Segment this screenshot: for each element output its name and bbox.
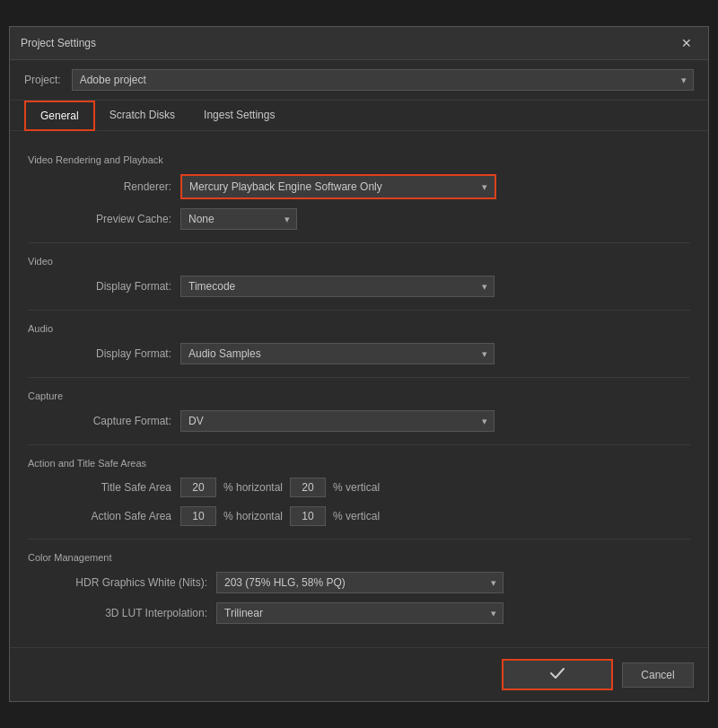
project-select[interactable]: Adobe project — [72, 69, 694, 91]
renderer-select-wrapper: Mercury Playback Engine Software Only Me… — [180, 174, 496, 199]
project-select-wrapper: Adobe project — [72, 69, 694, 91]
renderer-select[interactable]: Mercury Playback Engine Software Only Me… — [182, 176, 495, 197]
section-video-header: Video — [28, 256, 690, 267]
project-label: Project: — [24, 74, 61, 86]
tabs-bar: General Scratch Disks Ingest Settings — [10, 101, 708, 131]
section-safe-areas-header: Action and Title Safe Areas — [28, 458, 690, 469]
tab-scratch-disks[interactable]: Scratch Disks — [95, 101, 189, 130]
preview-cache-select-wrapper: None I-Frame Only MPEG MPEG — [180, 208, 297, 230]
audio-display-format-row: Display Format: Audio Samples Millisecon… — [28, 343, 690, 364]
renderer-label: Renderer: — [46, 180, 171, 193]
capture-format-row: Capture Format: DV HDV — [28, 410, 690, 432]
video-display-format-label: Display Format: — [46, 280, 171, 293]
capture-format-select[interactable]: DV HDV — [180, 410, 495, 432]
video-display-format-select[interactable]: Timecode Frames Feet + Frames Millisecon… — [180, 276, 495, 297]
divider-4 — [28, 444, 690, 445]
title-safe-v-unit: % vertical — [333, 481, 380, 494]
audio-display-format-select-wrapper: Audio Samples Milliseconds — [180, 343, 495, 364]
section-video-rendering-header: Video Rendering and Playback — [28, 154, 690, 165]
action-safe-v-unit: % vertical — [333, 510, 380, 522]
tab-content: Video Rendering and Playback Renderer: M… — [10, 131, 708, 647]
title-safe-vertical-input[interactable] — [290, 478, 326, 497]
action-safe-h-unit: % horizontal — [223, 510, 283, 522]
preview-cache-row: Preview Cache: None I-Frame Only MPEG MP… — [28, 208, 690, 230]
title-safe-area-label: Title Safe Area — [46, 481, 171, 494]
title-safe-area-row: Title Safe Area % horizontal % vertical — [28, 478, 690, 497]
title-safe-h-unit: % horizontal — [223, 481, 283, 494]
preview-cache-label: Preview Cache: — [46, 213, 171, 225]
audio-display-format-select[interactable]: Audio Samples Milliseconds — [180, 343, 495, 364]
action-safe-horizontal-input[interactable] — [180, 506, 216, 526]
action-safe-vertical-input[interactable] — [290, 506, 326, 526]
action-safe-area-label: Action Safe Area — [46, 510, 171, 522]
tab-general[interactable]: General — [24, 101, 95, 131]
hdr-select-wrapper: 203 (75% HLG, 58% PQ) 100 203 400 1000 — [216, 572, 503, 593]
cancel-button[interactable]: Cancel — [622, 662, 694, 688]
close-button[interactable]: ✕ — [676, 34, 697, 52]
video-display-format-row: Display Format: Timecode Frames Feet + F… — [28, 276, 690, 297]
lut-label: 3D LUT Interpolation: — [46, 607, 207, 619]
section-color-management-header: Color Management — [28, 552, 690, 563]
capture-format-select-wrapper: DV HDV — [180, 410, 495, 432]
audio-display-format-label: Display Format: — [46, 347, 171, 360]
divider-2 — [28, 310, 690, 311]
ok-button[interactable] — [502, 659, 613, 690]
tab-ingest-settings[interactable]: Ingest Settings — [189, 101, 289, 130]
title-safe-horizontal-input[interactable] — [180, 478, 216, 497]
divider-3 — [28, 377, 690, 378]
section-audio-header: Audio — [28, 323, 690, 334]
dialog-footer: Cancel — [10, 647, 708, 701]
video-display-format-select-wrapper: Timecode Frames Feet + Frames Millisecon… — [180, 276, 495, 297]
project-settings-dialog: Project Settings ✕ Project: Adobe projec… — [9, 26, 709, 702]
preview-cache-select[interactable]: None I-Frame Only MPEG MPEG — [180, 208, 297, 230]
hdr-row: HDR Graphics White (Nits): 203 (75% HLG,… — [28, 572, 690, 593]
action-safe-area-row: Action Safe Area % horizontal % vertical — [28, 506, 690, 526]
lut-select-wrapper: Trilinear Tetrahedral — [216, 602, 503, 624]
dialog-title: Project Settings — [21, 37, 96, 49]
title-bar: Project Settings ✕ — [10, 27, 708, 60]
project-row: Project: Adobe project — [10, 60, 708, 101]
divider-1 — [28, 242, 690, 243]
capture-format-label: Capture Format: — [46, 415, 171, 427]
lut-select[interactable]: Trilinear Tetrahedral — [216, 602, 503, 624]
renderer-row: Renderer: Mercury Playback Engine Softwa… — [28, 174, 690, 199]
hdr-select[interactable]: 203 (75% HLG, 58% PQ) 100 203 400 1000 — [216, 572, 503, 593]
lut-row: 3D LUT Interpolation: Trilinear Tetrahed… — [28, 602, 690, 624]
divider-5 — [28, 539, 690, 539]
section-capture-header: Capture — [28, 390, 690, 401]
hdr-label: HDR Graphics White (Nits): — [46, 576, 207, 589]
